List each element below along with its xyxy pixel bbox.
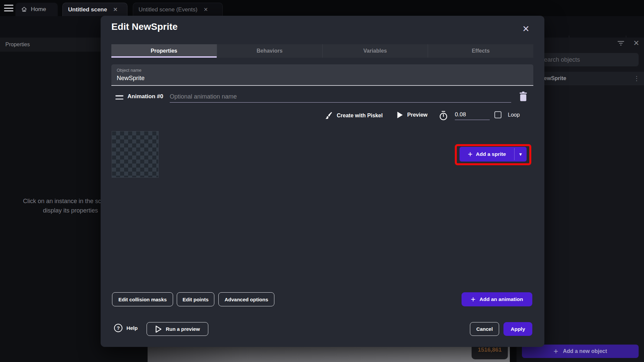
question-icon: ? (114, 324, 122, 332)
plus-icon: + (468, 149, 473, 159)
animation-name-input[interactable] (170, 91, 511, 103)
filter-icon[interactable] (616, 39, 625, 48)
kebab-menu-icon[interactable]: ⋮ (633, 74, 641, 82)
run-a-preview-button[interactable]: Run a preview (147, 322, 208, 336)
properties-panel-title: Properties (5, 42, 30, 48)
tab-events-label: Untitled scene (Events) (139, 6, 198, 13)
preview-button[interactable]: Preview (396, 111, 427, 119)
drag-handle-icon[interactable] (115, 95, 123, 100)
tab-home-label: Home (31, 6, 46, 13)
dialog-tab-bar: Properties Behaviors Variables Effects (111, 44, 533, 58)
close-icon[interactable]: ✕ (632, 39, 641, 48)
tab-properties[interactable]: Properties (111, 44, 217, 58)
play-outline-icon (155, 325, 162, 333)
tab-scene-label: Untitled scene (68, 6, 107, 13)
caret-down-icon[interactable]: ▼ (515, 147, 527, 162)
plus-icon: + (471, 295, 475, 304)
play-icon (396, 111, 403, 119)
tab-variables[interactable]: Variables (323, 44, 428, 58)
object-name-label: Object name (117, 68, 528, 73)
add-an-animation-button[interactable]: + Add an animation (462, 292, 532, 306)
tab-untitled-scene-events[interactable]: Untitled scene (Events) ✕ (133, 3, 223, 16)
animation-label: Animation #0 (127, 93, 163, 100)
time-between-frames-input[interactable] (455, 109, 490, 120)
cancel-button[interactable]: Cancel (470, 322, 499, 336)
brush-icon (324, 111, 333, 120)
delete-animation-trash-icon[interactable] (519, 91, 528, 102)
apply-button[interactable]: Apply (503, 322, 532, 336)
close-icon[interactable]: ✕ (113, 6, 117, 13)
hamburger-menu-icon[interactable] (4, 5, 13, 11)
top-tab-bar: Home Untitled scene ✕ Untitled scene (Ev… (0, 0, 644, 16)
plus-icon: + (553, 347, 558, 356)
search-objects-input[interactable] (535, 53, 639, 66)
close-icon[interactable]: ✕ (521, 23, 531, 34)
dialog-title: Edit NewSprite (111, 21, 178, 32)
loop-checkbox[interactable] (494, 111, 501, 118)
home-icon (21, 6, 28, 13)
sprite-empty-thumbnail[interactable] (112, 131, 159, 178)
tab-behaviors[interactable]: Behaviors (217, 44, 323, 58)
loop-label: Loop (508, 112, 520, 118)
advanced-options-button[interactable]: Advanced options (218, 292, 274, 306)
object-name-value: NewSprite (117, 75, 528, 82)
timer-icon (439, 111, 448, 121)
tab-home[interactable]: Home (15, 3, 58, 16)
tab-untitled-scene[interactable]: Untitled scene ✕ (62, 3, 127, 16)
tab-effects[interactable]: Effects (428, 44, 533, 58)
app-window: 1516,861 Home Untitled scene ✕ Untitled … (0, 0, 644, 362)
edit-collision-masks-button[interactable]: Edit collision masks (112, 292, 173, 306)
create-with-piskel-button[interactable]: Create with Piskel (324, 111, 383, 120)
edit-points-button[interactable]: Edit points (177, 292, 214, 306)
object-name-field[interactable]: Object name NewSprite (111, 64, 533, 86)
help-button[interactable]: ? Help (114, 324, 138, 332)
add-a-sprite-button[interactable]: + Add a sprite ▼ (460, 147, 527, 162)
cursor-coordinates: 1516,861 (478, 347, 502, 353)
close-icon[interactable]: ✕ (204, 6, 208, 13)
